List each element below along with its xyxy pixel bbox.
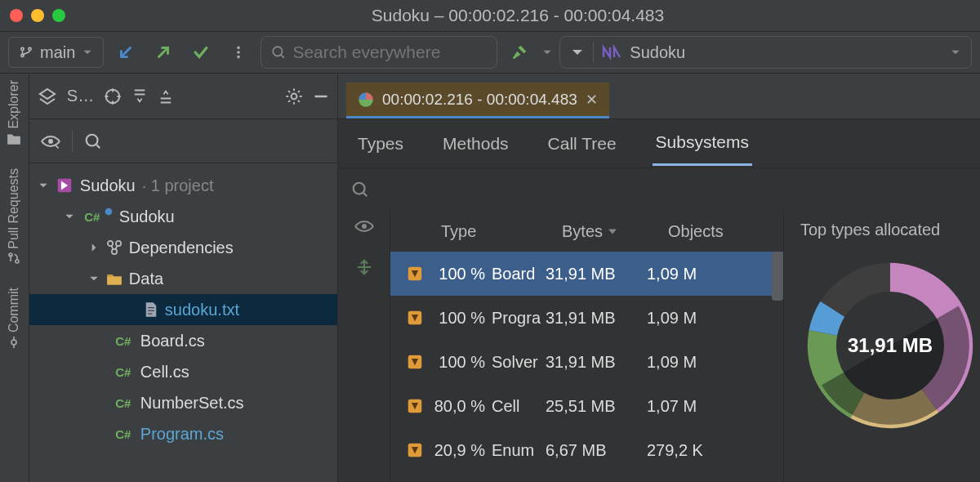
solution-icon[interactable] xyxy=(38,87,57,106)
row-objects: 279,2 K xyxy=(639,441,775,460)
csharp-icon: C# xyxy=(113,395,134,411)
window-title: Sudoku – 00:00:02.216 - 00:00:04.483 xyxy=(65,6,970,25)
svg-point-8 xyxy=(87,134,98,145)
main-toolbar: main Sudoku xyxy=(0,31,980,74)
tree-file-numberset[interactable]: C# NumberSet.cs xyxy=(29,387,337,418)
tree-root[interactable]: Sudoku · 1 project xyxy=(29,170,337,201)
tree-file-cell[interactable]: C# Cell.cs xyxy=(29,356,337,387)
view-icon[interactable] xyxy=(41,133,60,150)
minimize-icon[interactable] xyxy=(313,88,329,105)
svg-point-0 xyxy=(238,47,241,50)
table-row[interactable]: 100 %Solver31,91 MB1,09 M xyxy=(390,340,783,384)
collapse-all-icon[interactable] xyxy=(158,88,174,105)
tree-file-label: Cell.cs xyxy=(140,363,189,382)
push-button[interactable] xyxy=(185,37,216,68)
table-row[interactable]: 20,9 %Enum6,67 MB279,2 K xyxy=(390,428,783,472)
overlay-dot-icon xyxy=(105,208,113,216)
subsystem-icon xyxy=(406,441,424,459)
tree-data-folder[interactable]: Data xyxy=(29,263,337,294)
row-type-name: Solver xyxy=(492,353,541,372)
table-row[interactable]: 80,0 %Cell25,51 MB1,07 M xyxy=(390,384,783,428)
row-type-name: Program xyxy=(492,309,541,328)
profiler-tabstrip: 00:00:02.216 - 00:00:04.483 ✕ xyxy=(338,74,980,119)
subtab-types[interactable]: Types xyxy=(354,123,407,165)
row-objects: 1,09 M xyxy=(639,309,775,328)
row-bytes: 31,91 MB xyxy=(541,265,639,283)
update-project-button[interactable] xyxy=(110,37,141,68)
subsystem-icon xyxy=(406,353,424,371)
svg-point-1 xyxy=(238,51,241,54)
svg-point-2 xyxy=(238,56,241,59)
tree-project[interactable]: C# Sudoku xyxy=(29,201,337,232)
row-type-name: Enum xyxy=(492,441,541,460)
titlebar: Sudoku – 00:00:02.216 - 00:00:04.483 xyxy=(0,0,980,31)
gear-icon[interactable] xyxy=(285,87,303,105)
tree-dependencies-label: Dependencies xyxy=(129,239,234,257)
window-controls xyxy=(10,9,65,22)
hammer-icon xyxy=(510,43,528,61)
row-type-name: Cell xyxy=(492,397,541,416)
tree-root-label: Sudoku xyxy=(80,176,136,195)
pull-request-icon xyxy=(7,252,20,265)
branch-icon xyxy=(19,45,33,60)
table-row[interactable]: 100 %Program31,91 MB1,09 M xyxy=(390,296,783,340)
search-icon[interactable] xyxy=(351,181,369,199)
tree-file-program[interactable]: C# Program.cs xyxy=(29,418,337,449)
arrow-down-left-icon xyxy=(117,43,135,61)
build-button[interactable] xyxy=(504,37,535,68)
subtab-subsystems[interactable]: Subsystems xyxy=(653,121,752,166)
search-everywhere-box[interactable] xyxy=(261,36,497,69)
svg-point-11 xyxy=(108,241,113,246)
dotnet-icon xyxy=(602,44,621,60)
column-header-objects[interactable]: Objects xyxy=(668,222,775,241)
eye-icon[interactable] xyxy=(354,219,374,234)
chevron-down-icon[interactable] xyxy=(541,47,553,58)
profiler-tab-label: 00:00:02.216 - 00:00:04.483 xyxy=(382,91,577,109)
maximize-window-button[interactable] xyxy=(52,9,65,22)
tree-file-sudoku-txt[interactable]: sudoku.txt xyxy=(29,294,337,325)
search-input[interactable] xyxy=(292,42,487,62)
rail-pull-requests[interactable]: Pull Requests xyxy=(7,168,21,266)
column-header-bytes[interactable]: Bytes xyxy=(562,222,668,241)
left-tool-rail: Explorer Pull Requests Commit xyxy=(0,74,29,482)
explorer-header: S… xyxy=(29,74,337,119)
profiler-chart-panel: Top types allocated 31,91 MB xyxy=(784,211,980,482)
solution-root-icon xyxy=(56,176,74,194)
folder-icon xyxy=(106,271,122,286)
chevron-down-icon xyxy=(82,47,93,58)
column-header-type[interactable]: Type xyxy=(399,222,562,241)
minimize-window-button[interactable] xyxy=(31,9,44,22)
search-icon xyxy=(271,44,286,60)
row-percent: 80,0 % xyxy=(431,397,492,416)
rail-explorer[interactable]: Explorer xyxy=(7,80,21,145)
rail-commit[interactable]: Commit xyxy=(7,288,21,349)
more-vcs-button[interactable] xyxy=(223,37,254,68)
csharp-icon: C# xyxy=(113,426,134,442)
profiler-tab[interactable]: 00:00:02.216 - 00:00:04.483 ✕ xyxy=(346,83,609,118)
commit-icon xyxy=(7,336,20,349)
run-config-selector[interactable]: Sudoku xyxy=(559,36,972,69)
expand-all-icon[interactable] xyxy=(131,88,148,105)
tree-dependencies[interactable]: Dependencies xyxy=(29,232,337,263)
collapse-icon[interactable] xyxy=(355,258,373,276)
divider xyxy=(593,42,594,62)
row-percent: 100 % xyxy=(431,265,492,283)
table-row[interactable]: 100 %Board31,91 MB1,09 M xyxy=(390,252,783,296)
chart-title: Top types allocated xyxy=(800,221,980,239)
row-objects: 1,09 M xyxy=(639,265,775,283)
svg-point-10 xyxy=(105,208,112,216)
git-branch-button[interactable]: main xyxy=(8,37,104,68)
tree-file-board[interactable]: C# Board.cs xyxy=(29,325,337,356)
subtab-call-tree[interactable]: Call Tree xyxy=(545,123,620,165)
scrollbar[interactable] xyxy=(772,252,783,301)
subtab-methods[interactable]: Methods xyxy=(439,123,512,165)
row-percent: 20,9 % xyxy=(431,441,492,460)
chevron-down-icon xyxy=(64,211,75,222)
row-bytes: 31,91 MB xyxy=(541,353,639,372)
close-window-button[interactable] xyxy=(10,9,23,22)
commit-button[interactable] xyxy=(148,37,179,68)
close-tab-button[interactable]: ✕ xyxy=(586,91,598,109)
target-icon[interactable] xyxy=(104,87,122,105)
search-icon[interactable] xyxy=(84,132,102,150)
row-percent: 100 % xyxy=(431,353,492,372)
